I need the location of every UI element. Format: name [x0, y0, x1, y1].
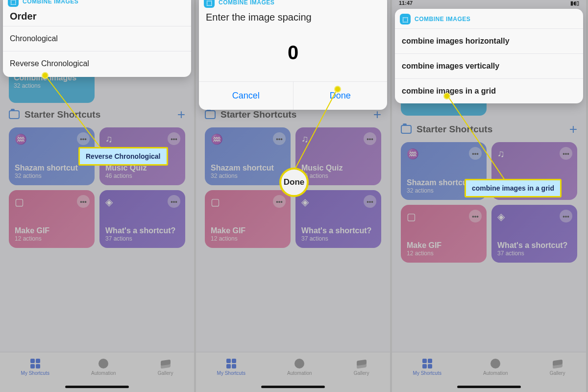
- popup-title: Enter the image spacing: [199, 8, 387, 27]
- phone-left: Combine Images 32 actions Starter Shortc…: [0, 0, 196, 392]
- shortcut-card-make-gif[interactable]: ▢•••Make GIF12 actions: [401, 205, 487, 263]
- option-reverse-chronological[interactable]: Reverse Chronological: [3, 51, 191, 76]
- combine-images-app-icon: ⬚: [204, 0, 215, 8]
- section-title: Starter Shortcuts: [220, 109, 368, 120]
- tab-gallery[interactable]: Gallery: [158, 358, 173, 376]
- layers-icon: ◈: [105, 196, 113, 208]
- callout-grid: combine images in a grid: [465, 179, 562, 197]
- app-label: COMBINE IMAGES: [219, 0, 274, 6]
- tab-gallery[interactable]: Gallery: [354, 358, 369, 376]
- tab-automation[interactable]: Automation: [483, 358, 508, 376]
- shortcut-card-shazam[interactable]: ♒•••Shazam shortcut32 actions: [205, 127, 291, 185]
- more-icon[interactable]: •••: [364, 132, 376, 145]
- popup-title: Order: [3, 7, 191, 26]
- music-list-icon: ♫: [497, 148, 505, 159]
- folder-icon: [205, 110, 216, 119]
- photos-icon: ▢: [211, 196, 220, 208]
- music-list-icon: ♫: [301, 133, 309, 145]
- mode-popup: ⬚ COMBINE IMAGES combine images horizont…: [395, 9, 583, 103]
- combine-images-app-icon: ⬚: [400, 14, 411, 24]
- option-horizontal[interactable]: combine images horizontally: [395, 28, 583, 53]
- more-icon[interactable]: •••: [168, 132, 180, 145]
- spacing-popup: ⬚ COMBINE IMAGES Enter the image spacing…: [199, 0, 387, 110]
- layers-icon: ◈: [497, 211, 505, 222]
- more-icon[interactable]: •••: [77, 132, 90, 145]
- grid-icon: [30, 359, 40, 368]
- tab-gallery[interactable]: Gallery: [550, 358, 565, 376]
- card-actions: 32 actions: [14, 82, 90, 89]
- order-popup: ⬚ COMBINE IMAGES Order Chronological Rev…: [3, 0, 191, 77]
- more-icon[interactable]: •••: [469, 210, 482, 222]
- folder-icon: [401, 125, 412, 134]
- tab-my-shortcuts[interactable]: My Shortcuts: [21, 358, 49, 376]
- folder-icon: [9, 110, 20, 119]
- more-icon[interactable]: •••: [560, 147, 572, 160]
- shortcut-card-whats[interactable]: ◈•••What's a shortcut?37 actions: [99, 190, 185, 248]
- more-icon[interactable]: •••: [168, 195, 180, 208]
- shortcut-card-whats[interactable]: ◈•••What's a shortcut?37 actions: [295, 190, 381, 248]
- tab-my-shortcuts[interactable]: My Shortcuts: [413, 358, 441, 376]
- add-button[interactable]: +: [569, 122, 577, 137]
- callout-dot: [42, 72, 49, 79]
- home-indicator[interactable]: [261, 386, 325, 388]
- layers-icon: ◈: [301, 196, 309, 208]
- tab-automation[interactable]: Automation: [287, 358, 312, 376]
- waveform-icon: ♒: [15, 133, 27, 145]
- tab-my-shortcuts[interactable]: My Shortcuts: [217, 358, 245, 376]
- waveform-icon: ♒: [211, 133, 223, 145]
- music-list-icon: ♫: [105, 133, 113, 145]
- clock-icon: [98, 359, 108, 368]
- callout-dot: [334, 86, 341, 93]
- option-chronological[interactable]: Chronological: [3, 26, 191, 51]
- shortcut-card-whats[interactable]: ◈•••What's a shortcut?37 actions: [491, 205, 577, 263]
- stack-icon: [161, 360, 171, 367]
- more-icon[interactable]: •••: [469, 147, 482, 160]
- option-grid[interactable]: combine images in a grid: [395, 78, 583, 103]
- stack-icon: [553, 360, 563, 367]
- more-icon[interactable]: •••: [364, 195, 376, 208]
- more-icon[interactable]: •••: [273, 132, 286, 145]
- app-label: COMBINE IMAGES: [23, 0, 78, 5]
- spacing-value[interactable]: 0: [199, 27, 387, 81]
- clock-icon: [294, 359, 304, 368]
- shortcut-card-make-gif[interactable]: ▢•••Make GIF12 actions: [205, 190, 291, 248]
- shortcut-card-make-gif[interactable]: ▢•••Make GIF12 actions: [9, 190, 95, 248]
- more-icon[interactable]: •••: [77, 195, 90, 208]
- waveform-icon: ♒: [407, 148, 419, 160]
- callout-reverse-chronological: Reverse Chronological: [78, 147, 168, 166]
- starter-section: Starter Shortcuts + ♒•••Shazam shortcut3…: [9, 107, 185, 248]
- section-title: Starter Shortcuts: [24, 109, 172, 120]
- callout-done: Done: [279, 168, 309, 197]
- callout-dot: [443, 93, 450, 99]
- section-title: Starter Shortcuts: [416, 124, 564, 135]
- home-indicator[interactable]: [457, 386, 521, 388]
- tab-automation[interactable]: Automation: [91, 358, 116, 376]
- app-label: COMBINE IMAGES: [415, 16, 470, 23]
- status-bar: 11:47 ▮◖▯: [392, 0, 586, 10]
- shortcut-card-music-quiz[interactable]: ♫•••Music Quiz46 actions: [295, 127, 381, 185]
- stack-icon: [357, 360, 367, 367]
- status-icons: ▮◖▯: [570, 0, 579, 10]
- add-button[interactable]: +: [177, 107, 185, 122]
- home-indicator[interactable]: [65, 386, 129, 388]
- more-icon[interactable]: •••: [560, 210, 572, 222]
- status-time: 11:47: [399, 0, 413, 10]
- cancel-button[interactable]: Cancel: [199, 82, 294, 110]
- done-button[interactable]: Done: [294, 82, 388, 110]
- grid-icon: [226, 359, 236, 368]
- grid-icon: [422, 359, 432, 368]
- combine-images-app-icon: ⬚: [8, 0, 19, 7]
- phone-right: 11:47 ▮◖▯ Combine Images 32 actions Star…: [392, 0, 588, 392]
- clock-icon: [490, 359, 500, 368]
- phone-middle: Starter Shortcuts + ♒•••Shazam shortcut3…: [196, 0, 392, 392]
- more-icon[interactable]: •••: [273, 195, 286, 208]
- photos-icon: ▢: [407, 211, 416, 222]
- option-vertical[interactable]: combine images vertically: [395, 53, 583, 78]
- photos-icon: ▢: [15, 196, 24, 208]
